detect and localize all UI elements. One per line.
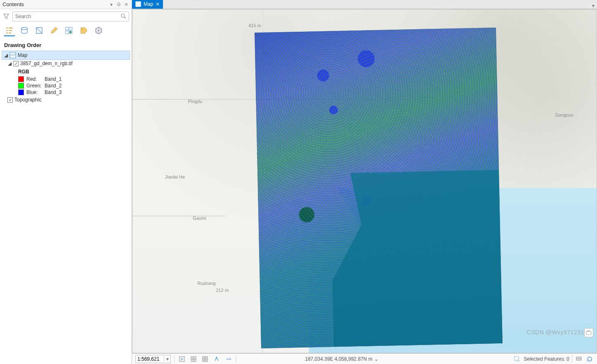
contents-toolbar [0,24,132,40]
swatch-blue [18,89,24,95]
band-value: Band_3 [45,89,61,95]
svg-line-1 [124,17,126,19]
separator [572,355,572,363]
contents-panel: Contents ▾ ✕ [0,0,132,364]
expander-icon[interactable]: ◢ [4,53,8,57]
map-node-label: Map [18,52,27,58]
list-drawing-order-button[interactable] [4,26,15,36]
status-bar: ▾ 187,034.39E 4,058,992.87N m ⌄ [132,353,597,364]
raster-layer-node[interactable]: ◢ ✓ 3857_gd_dem_n_rgb.tif [2,60,130,67]
svg-point-8 [70,31,72,33]
close-panel-icon[interactable]: ✕ [123,2,129,7]
band-row-red: Red: Band_1 [18,76,130,82]
basemap-visibility-checkbox[interactable]: ✓ [7,97,13,103]
svg-rect-12 [586,331,591,335]
band-row-blue: Blue: Band_3 [18,89,130,95]
svg-point-2 [21,27,27,30]
catalog-button[interactable] [575,355,583,363]
map-tab-bar: Map ✕ ▾ [132,0,597,9]
coordinates-text: 187,034.39E 4,058,992.87N m [305,356,372,362]
elev-label: 212 m [216,288,229,293]
svg-rect-17 [191,359,193,362]
filter-icon[interactable] [2,13,10,20]
coordinates-display[interactable]: 187,034.39E 4,058,992.87N m ⌄ [305,356,378,362]
panel-options-icon[interactable]: ▾ [109,2,114,7]
contents-header: Contents ▾ ✕ [0,0,132,9]
map-view-panel: Map ✕ ▾ Pingdu Gaomi Jiaolai He Rushang … [132,0,597,364]
snapping-button[interactable] [189,355,198,363]
list-editing-button[interactable] [49,26,59,36]
scale-input[interactable] [136,356,164,362]
snapping-popup-icon[interactable] [584,328,593,337]
selected-features-text: Selected Features: 0 [524,356,569,362]
search-icon[interactable] [120,13,126,20]
map-node[interactable]: ◢ Map [2,51,130,60]
search-box[interactable] [12,12,129,21]
section-title: Drawing Order [0,40,132,51]
map-icon [9,52,16,59]
svg-rect-6 [66,31,68,34]
refresh-button[interactable] [585,355,594,363]
svg-point-19 [216,357,217,358]
scale-control[interactable]: ▾ [135,355,171,363]
city-label: Rushang [198,281,216,286]
river-label: Jiaolai He [165,174,185,179]
map-tab[interactable]: Map ✕ [132,0,163,9]
separator [236,355,236,363]
rgb-symbology: RGB Red: Band_1 Green: Band_2 Blue: Band… [2,67,130,95]
correction-button[interactable] [212,355,221,363]
city-label: Gaomi [193,216,206,221]
basemap-label: Topographic [14,97,41,103]
rgb-title: RGB [18,69,130,75]
selection-icon[interactable] [513,355,521,363]
city-label: Pingdu [188,99,202,104]
list-labeling-button[interactable] [78,26,89,36]
band-value: Band_2 [45,83,61,89]
band-row-green: Green: Band_2 [18,83,130,89]
coord-dropdown-icon[interactable]: ⌄ [374,356,378,362]
list-perspective-button[interactable] [93,26,104,36]
svg-rect-18 [194,359,196,362]
swatch-green [18,83,24,89]
view-menu-icon[interactable]: ▾ [592,3,595,9]
contents-title: Contents [2,1,24,7]
grid-button[interactable] [201,355,209,363]
layer-tree: ◢ Map ◢ ✓ 3857_gd_dem_n_rgb.tif RGB Red:… [0,51,132,103]
city-label: Dongcun [555,113,573,117]
map-tab-label: Map [144,1,153,7]
svg-rect-15 [191,357,193,359]
search-input[interactable] [15,14,120,19]
close-tab-icon[interactable]: ✕ [156,1,160,7]
autohide-pin-icon[interactable] [116,2,122,7]
svg-point-9 [82,29,83,31]
band-value: Band_1 [45,76,61,82]
svg-rect-23 [576,357,581,358]
svg-rect-16 [194,357,196,359]
list-data-source-button[interactable] [19,26,30,36]
expander-icon[interactable]: ◢ [7,61,12,66]
basemap-node[interactable]: ✓ Topographic [2,96,130,103]
raster-overlay [255,28,503,348]
list-selection-button[interactable] [34,26,45,36]
band-label: Blue: [26,89,42,95]
svg-rect-5 [69,27,72,30]
constraint-button[interactable] [178,355,186,363]
separator [174,355,175,363]
layer-visibility-checkbox[interactable]: ✓ [13,61,19,66]
list-snapping-button[interactable] [64,26,74,36]
svg-point-0 [121,14,125,17]
scale-dropdown-icon[interactable]: ▾ [164,356,170,362]
band-label: Red: [26,76,42,82]
raster-layer-label: 3857_gd_dem_n_rgb.tif [20,61,73,66]
inference-button[interactable] [224,355,232,363]
elev-label: 415 m [248,23,261,28]
svg-rect-4 [66,27,68,30]
swatch-red [18,76,24,82]
band-label: Green: [26,83,42,89]
map-canvas[interactable]: Pingdu Gaomi Jiaolai He Rushang Dongcun … [132,9,597,353]
svg-rect-14 [181,358,183,360]
svg-rect-24 [576,359,581,360]
